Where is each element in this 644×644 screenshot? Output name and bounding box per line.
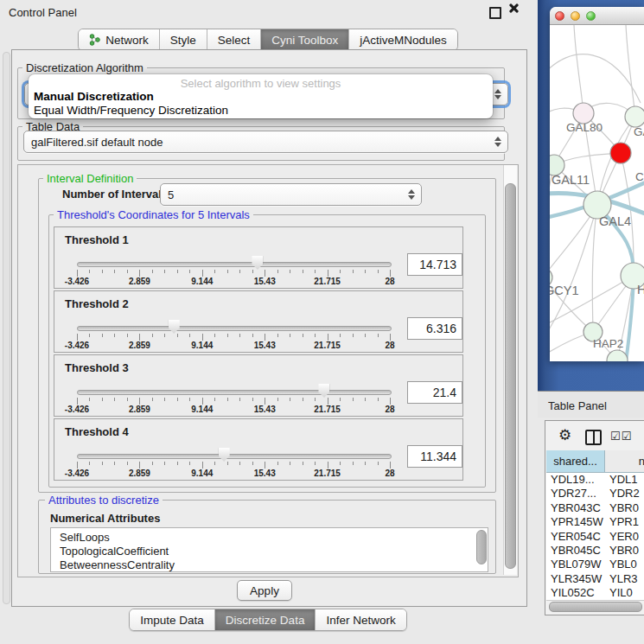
threshold-value-field[interactable]: 6.316 [407,317,462,340]
select-columns-icon[interactable]: ☑☑ [610,430,632,443]
node-bottom[interactable] [607,350,628,361]
tick-label: 21.715 [314,277,341,286]
close-icon[interactable] [509,3,520,15]
table-cell-shared-name[interactable]: YBL079W [551,558,602,571]
table-cell-name[interactable]: YBR0 [609,544,639,558]
table-cell-shared-name[interactable]: YBR043C [551,501,601,515]
table-data-combobox[interactable]: galFiltered.sif default node [23,131,508,153]
attributes-vscrollbar-thumb[interactable] [476,530,487,564]
tick-mark [177,334,178,337]
threshold-slider-thumb[interactable] [169,320,180,334]
tick-mark [214,334,215,337]
split-columns-icon[interactable] [585,430,602,445]
settings-vscrollbar-thumb[interactable] [505,183,516,569]
tick-mark [290,334,290,337]
table-cell-name[interactable]: YER0 [609,530,639,544]
tick-mark [239,398,240,401]
minimize-traffic-light-icon[interactable] [571,11,580,21]
tick-label: 28 [385,405,394,414]
tick-mark [189,398,190,401]
threshold-slider-track[interactable] [77,390,392,395]
tick-mark [252,398,253,401]
table-cell-name[interactable]: YDL1 [609,473,638,487]
threshold-slider-track[interactable] [77,326,392,331]
tick-mark [378,462,379,465]
table-cell-shared-name[interactable]: YDL19... [551,473,595,487]
number-of-intervals-combobox[interactable]: 5 [160,183,422,206]
tick-label: 28 [385,469,394,478]
tick-mark [265,270,265,277]
gear-icon[interactable]: ⚙ [558,426,571,444]
threshold-slider-track[interactable] [77,454,392,459]
table-cell-shared-name[interactable]: YPR145W [551,515,603,529]
slider-tick-labels: -3.4262.8599.14415.4321.71528 [77,405,390,414]
table-cell-name[interactable]: YDR2 [609,487,640,501]
algorithm-option[interactable]: Equal Width/Frequency Discretization [29,104,493,118]
column-header-name[interactable]: na [605,450,644,473]
tick-mark [89,334,90,337]
tick-mark [227,270,228,273]
attribute-list-item[interactable]: SelfLoops [51,531,488,545]
table-cell-shared-name[interactable]: YER054C [551,530,601,544]
attribute-list-item[interactable]: TopologicalCoefficient [51,545,488,558]
threshold-value-field[interactable]: 11.344 [407,445,462,468]
tick-label: 15.43 [254,405,276,414]
algorithm-option[interactable]: Manual Discretization [29,90,493,104]
tick-label: 28 [385,277,394,286]
attribute-list-item[interactable]: BetweennessCentrality [51,558,488,572]
left-scrollbar-track[interactable] [3,52,10,604]
apply-button[interactable]: Apply [237,580,292,601]
table-cell-name[interactable]: YLR3 [609,572,638,586]
tab-jactivemnodules[interactable]: jActiveMNodules [349,29,457,50]
network-window-titlebar[interactable] [550,7,644,25]
threshold-slider-thumb[interactable] [219,448,230,462]
float-window-icon[interactable] [489,7,501,19]
tab-network[interactable]: Network [79,29,160,50]
threshold-slider-thumb[interactable] [318,384,329,398]
tick-mark [89,462,90,465]
tick-mark [227,398,228,401]
table-cell-shared-name[interactable]: YIL052C [551,586,595,600]
table-cell-shared-name[interactable]: YDR27... [551,487,596,501]
tick-mark [177,398,178,401]
threshold-slider-track[interactable] [77,262,392,267]
table-cell-name[interactable]: YIL0 [609,586,633,600]
column-header-shared-name[interactable]: shared... [546,450,605,473]
tab-style[interactable]: Style [160,29,207,50]
threshold-label: Threshold 1 [65,233,129,246]
tick-label: 9.144 [191,277,213,286]
node-selected-red[interactable] [610,143,631,163]
bottom-tab-impute-data[interactable]: Impute Data [130,609,215,630]
tick-mark [139,462,140,469]
tick-mark [353,270,354,273]
table-cell-name[interactable]: YBR0 [609,501,639,515]
table-hscrollbar-thumb[interactable] [549,602,642,612]
tab-label: jActiveMNodules [360,34,447,47]
tick-mark [252,270,253,273]
threshold-value-field[interactable]: 21.4 [407,381,462,404]
tick-mark [340,398,341,401]
tick-mark [390,398,391,405]
tick-mark [214,462,215,465]
cyni-bottom-tabs: Impute DataDiscretize DataInfer Network [129,609,406,631]
tab-select[interactable]: Select [207,29,262,50]
tick-mark [102,270,103,273]
bottom-tab-discretize-data[interactable]: Discretize Data [215,609,316,630]
table-cell-shared-name[interactable]: YBR045C [551,544,601,558]
node-green[interactable] [625,106,644,127]
zoom-traffic-light-icon[interactable] [586,11,596,21]
tab-cyni-toolbox[interactable]: Cyni Toolbox [261,29,349,50]
table-cell-name[interactable]: YBL0 [609,558,637,571]
threshold-slider-thumb[interactable] [252,256,263,270]
tick-mark [239,334,240,337]
tick-mark [277,270,278,273]
tick-mark [152,462,153,465]
node-label: GCY1 [550,284,579,297]
network-canvas[interactable]: GAL80 GA C GAL11 GAL4 GCY1 H HAP2 [550,25,644,361]
table-cell-name[interactable]: YPR1 [609,515,639,529]
tick-mark [252,462,253,465]
threshold-value-field[interactable]: 14.713 [407,253,462,276]
bottom-tab-infer-network[interactable]: Infer Network [316,609,405,630]
table-cell-shared-name[interactable]: YLR345W [551,572,602,586]
close-traffic-light-icon[interactable] [555,11,564,21]
